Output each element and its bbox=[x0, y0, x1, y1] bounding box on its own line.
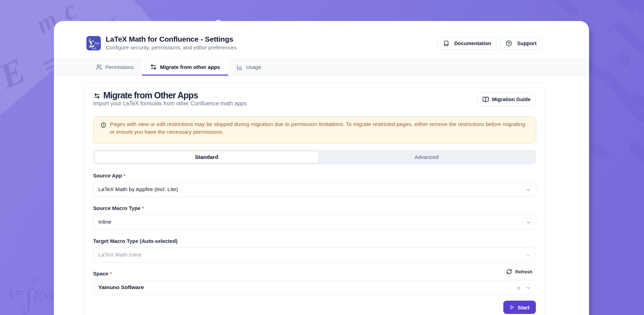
svg-text:x,y: x,y bbox=[94, 41, 99, 45]
svg-text:2: 2 bbox=[89, 37, 91, 42]
svg-text:b: b bbox=[33, 275, 37, 284]
svg-text:A=: A= bbox=[5, 286, 22, 300]
svg-text:a: a bbox=[22, 304, 25, 312]
svg-text:1+2: 1+2 bbox=[92, 47, 96, 50]
